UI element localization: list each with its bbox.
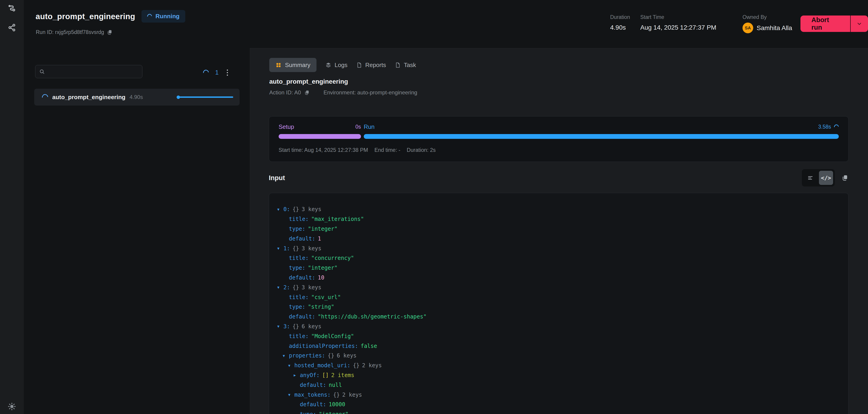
task-document-icon: [395, 62, 401, 68]
json-key: type:: [289, 226, 305, 232]
chevron-down-icon: [856, 20, 863, 27]
abort-run-caret-button[interactable]: [851, 15, 868, 32]
tab-task[interactable]: Task: [395, 58, 416, 72]
code-view-button[interactable]: </>: [819, 171, 833, 185]
tree-toggle-icon[interactable]: ▾: [277, 324, 283, 329]
tab-logs[interactable]: Logs: [325, 58, 347, 72]
json-string-value: "integer": [308, 265, 338, 271]
setup-duration: 0s: [355, 124, 361, 130]
json-string-value: "integer": [319, 411, 348, 414]
json-key: max_tokens:: [294, 392, 331, 398]
text-lines-icon: [807, 175, 814, 181]
json-row: default:1: [269, 234, 848, 243]
theme-sun-icon[interactable]: [7, 401, 17, 412]
json-key: type:: [289, 265, 305, 271]
json-string-value: "max_iterations": [311, 216, 364, 222]
json-string-value: "ModelConfig": [311, 333, 354, 340]
json-row: ▾0:{}3 keys: [269, 205, 848, 214]
tree-toggle-icon[interactable]: ▾: [277, 246, 283, 251]
list-options-kebab-icon[interactable]: [225, 69, 230, 77]
json-number-value: 10: [318, 274, 324, 281]
status-badge: Running: [142, 10, 185, 23]
json-array-brackets: []: [322, 372, 329, 378]
tab-summary[interactable]: Summary: [269, 58, 316, 72]
workflow-route-icon[interactable]: [7, 3, 17, 14]
json-object-braces: {}: [292, 206, 299, 212]
run-bar: [364, 134, 839, 139]
json-key: default:: [289, 274, 315, 281]
copy-run-id-icon[interactable]: [107, 29, 113, 35]
reports-document-icon: [356, 62, 362, 68]
tree-toggle-icon[interactable]: ▸: [294, 373, 300, 378]
json-key: title:: [289, 255, 309, 261]
json-key: type:: [300, 411, 316, 414]
json-row: type:"integer": [269, 409, 848, 414]
timeline-end-time: End time: -: [374, 147, 400, 153]
json-keyword-value: false: [361, 343, 377, 349]
json-row: default:null: [269, 380, 848, 390]
page-title: auto_prompt_engineering: [36, 12, 135, 21]
json-object-meta: 3 keys: [302, 245, 321, 252]
timeline-run-segment[interactable]: Run 3.58s: [364, 123, 839, 139]
environment-text: Environment: auto-prompt-engineering: [323, 90, 417, 96]
json-object-braces: {}: [292, 245, 299, 252]
abort-run-split-button: Abort run: [801, 15, 868, 32]
timeline-duration: Duration: 2s: [407, 147, 436, 153]
json-string-value: "string": [308, 304, 334, 310]
item-name: auto_prompt_engineering: [52, 94, 125, 101]
json-row: type:"string": [269, 302, 848, 312]
tree-toggle-icon[interactable]: ▾: [288, 363, 294, 368]
action-search-box: [35, 65, 143, 78]
json-object-meta: 6 keys: [337, 352, 356, 359]
tab-summary-label: Summary: [285, 62, 310, 69]
action-id-text: Action ID: A0: [269, 90, 301, 96]
json-key: anyOf:: [300, 372, 320, 378]
abort-run-button[interactable]: Abort run: [801, 15, 851, 32]
json-key: default:: [289, 313, 315, 320]
json-row: default:"https://dub.sh/geometric-shapes…: [269, 312, 848, 322]
json-key: 3:: [283, 323, 290, 330]
json-key: additionalProperties:: [289, 343, 358, 349]
tree-toggle-icon[interactable]: ▾: [277, 285, 283, 290]
timeline-setup-segment[interactable]: Setup 0s: [279, 123, 361, 139]
action-meta-row: Action ID: A0 Environment: auto-prompt-e…: [269, 90, 417, 96]
json-row: additionalProperties:false: [269, 341, 848, 351]
text-view-button[interactable]: [803, 171, 817, 185]
tree-toggle-icon[interactable]: ▾: [277, 207, 283, 212]
json-key: properties:: [289, 352, 325, 359]
json-key: hosted_model_uri:: [294, 362, 350, 369]
json-key: default:: [289, 236, 315, 242]
action-list-item[interactable]: auto_prompt_engineering 4.90s: [34, 89, 240, 106]
timeline-card: Setup 0s Run 3.58s Start time: Aug 14, 2…: [269, 116, 848, 162]
tab-reports[interactable]: Reports: [356, 58, 386, 72]
json-key: title:: [289, 294, 309, 301]
json-keyword-value: null: [329, 382, 342, 388]
item-duration: 4.90s: [130, 94, 143, 100]
input-heading: Input: [269, 174, 285, 182]
search-input[interactable]: [48, 68, 138, 75]
json-row: ▾3:{}6 keys: [269, 322, 848, 332]
tree-toggle-icon[interactable]: ▾: [288, 392, 294, 398]
running-spinner-icon: [146, 13, 153, 20]
owner-avatar: SA: [743, 23, 753, 33]
run-duration: 3.58s: [818, 124, 831, 130]
logs-layers-icon: [325, 62, 332, 68]
share-icon[interactable]: [7, 22, 17, 33]
json-object-meta: 2 keys: [342, 392, 362, 398]
tab-reports-label: Reports: [365, 62, 386, 69]
json-object-braces: {}: [333, 392, 340, 398]
json-row: ▾max_tokens:{}2 keys: [269, 390, 848, 400]
json-key: default:: [300, 401, 326, 408]
json-row: default:10000: [269, 400, 848, 409]
timeline-footer: Start time: Aug 14, 2025 12:27:38 PM End…: [279, 147, 839, 153]
run-id-text: Run ID: rxjg5rp5d8tf78svsrdg: [36, 29, 104, 35]
copy-input-icon[interactable]: [841, 174, 848, 181]
page-count: 1: [215, 69, 219, 76]
owned-by-label: Owned By: [743, 14, 792, 20]
json-tree: ▾0:{}3 keystitle:"max_iterations"type:"i…: [269, 205, 848, 414]
main-panel: Summary Logs Reports Task auto_promp: [250, 48, 868, 414]
json-object-meta: 3 keys: [302, 206, 321, 212]
tree-toggle-icon[interactable]: ▾: [283, 353, 289, 358]
json-key: type:: [289, 304, 305, 310]
copy-action-id-icon[interactable]: [304, 90, 310, 96]
